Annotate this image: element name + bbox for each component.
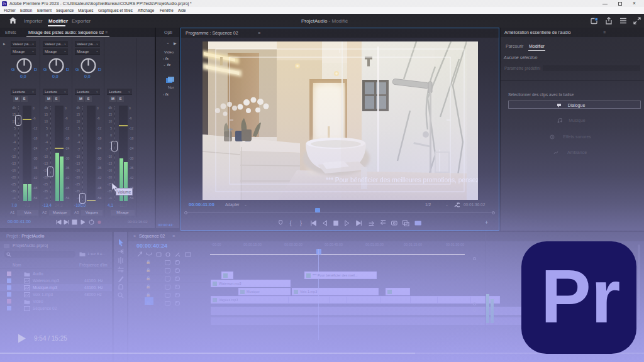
svg-text:{: {: [290, 220, 292, 226]
svg-text:Pr: Pr: [541, 254, 621, 338]
svg-text:*** Pour bénéficier des meille: *** Pour bénéficier des meilleures promo…: [326, 177, 478, 184]
svg-text:}: }: [300, 220, 302, 226]
